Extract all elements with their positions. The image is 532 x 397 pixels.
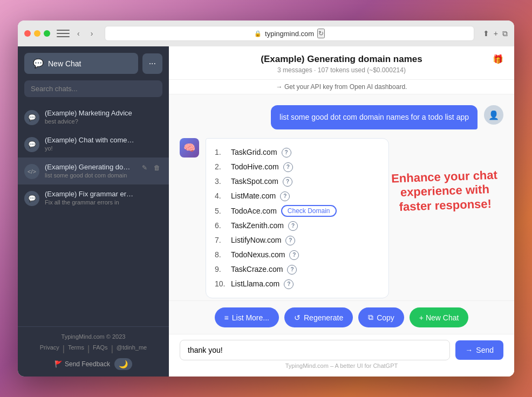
enhance-banner: Enhance your chat experience with faster… xyxy=(391,168,499,215)
chat-name: (Example) Marketing Advice xyxy=(45,109,134,117)
edit-chat-button[interactable]: ✎ xyxy=(140,109,149,119)
sidebar-toggle-icon[interactable] xyxy=(57,29,70,38)
domain-num: 6. xyxy=(215,220,227,231)
domain-num: 3. xyxy=(215,176,227,187)
privacy-link[interactable]: Privacy xyxy=(40,344,59,354)
ai-message: 🧠 1. TaskGrid.com ? 2. TodoHive.com xyxy=(180,138,503,298)
domain-num: 8. xyxy=(215,249,227,261)
address-bar[interactable]: 🔒 typingmind.com ↻ xyxy=(105,26,474,41)
traffic-lights xyxy=(24,30,50,37)
browser-window: ‹ › 🔒 typingmind.com ↻ ⬆ + ⧉ 💬 New Chat … xyxy=(18,20,514,377)
feedback-button[interactable]: 🚩 Send Feedback xyxy=(54,360,110,368)
domain-name: TodoNexus.com xyxy=(231,249,285,261)
new-chat-action-button[interactable]: + New Chat xyxy=(410,307,469,327)
chat-preview: best advice? xyxy=(45,118,134,125)
dark-mode-toggle[interactable]: 🌙 xyxy=(114,358,132,370)
delete-chat-button[interactable]: 🗑 xyxy=(152,163,162,173)
chat-info: (Example) Fix grammar errors Fix all the… xyxy=(45,190,134,206)
delete-chat-button[interactable]: 🗑 xyxy=(152,190,162,200)
faqs-link[interactable]: FAQs xyxy=(93,344,108,354)
question-badge[interactable]: ? xyxy=(283,162,293,172)
back-button[interactable]: ‹ xyxy=(74,27,83,40)
menu-button[interactable]: ··· xyxy=(142,53,162,74)
user-message: list some good dot com domain names for … xyxy=(180,105,503,129)
footer-actions: 🚩 Send Feedback 🌙 xyxy=(24,358,162,370)
chat-actions: ✎ 🗑 xyxy=(140,163,162,173)
question-badge[interactable]: ? xyxy=(283,177,292,187)
tabs-button[interactable]: ⧉ xyxy=(502,29,508,38)
input-area: → Send TypingMind.com – A better UI for … xyxy=(169,334,514,377)
sidebar-header: 💬 New Chat ··· xyxy=(18,46,169,80)
edit-chat-button[interactable]: ✎ xyxy=(140,163,149,173)
ai-message-bubble: 1. TaskGrid.com ? 2. TodoHive.com ? 3. xyxy=(206,138,389,298)
chat-avatar: 💬 xyxy=(24,191,39,206)
domain-name: ListLlama.com xyxy=(231,278,279,290)
new-chat-button[interactable]: 💬 New Chat xyxy=(24,53,138,74)
chat-info: (Example) Chat with comedian yo! xyxy=(45,136,134,152)
send-button[interactable]: → Send xyxy=(455,340,503,360)
domain-name: ListMate.com xyxy=(231,190,276,202)
twitter-link[interactable]: @tdinh_me xyxy=(117,344,147,354)
delete-chat-button[interactable]: 🗑 xyxy=(152,109,162,119)
chat-header: (Example) Generating domain names 3 mess… xyxy=(169,46,514,80)
chat-name: (Example) Chat with comedian xyxy=(45,136,134,144)
domain-item-5: 5. TodoAce.com Check Domain xyxy=(215,203,380,218)
domain-item-8: 8. TodoNexus.com ? xyxy=(215,248,380,262)
browser-actions: ⬆ + ⧉ xyxy=(483,29,508,38)
question-badge[interactable]: ? xyxy=(280,191,290,201)
action-toolbar: ≡ List More... ↺ Regenerate ⧉ Copy + New… xyxy=(169,300,514,334)
sep: | xyxy=(63,344,65,354)
chat-preview: list some good dot com domain xyxy=(45,172,134,179)
maximize-button[interactable] xyxy=(44,30,50,37)
domain-num: 10. xyxy=(215,278,227,290)
chat-item-comedian[interactable]: 💬 (Example) Chat with comedian yo! ✎ 🗑 xyxy=(18,131,169,158)
chat-item-grammar[interactable]: 💬 (Example) Fix grammar errors Fix all t… xyxy=(18,184,169,211)
chat-input[interactable] xyxy=(180,340,450,360)
chat-preview: yo! xyxy=(45,145,134,152)
chat-item-marketing[interactable]: 💬 (Example) Marketing Advice best advice… xyxy=(18,104,169,131)
question-badge[interactable]: ? xyxy=(282,148,291,158)
edit-chat-button[interactable]: ✎ xyxy=(140,136,149,146)
domain-num: 9. xyxy=(215,264,227,275)
question-badge[interactable]: ? xyxy=(289,250,299,260)
question-badge[interactable]: ? xyxy=(284,279,294,289)
copy-button[interactable]: ⧉ Copy xyxy=(358,307,404,327)
ai-avatar: 🧠 xyxy=(180,138,199,158)
domain-name: ListifyNow.com xyxy=(231,235,281,246)
chat-meta: 3 messages · 107 tokens used (~$0.000214… xyxy=(180,66,503,74)
share-button[interactable]: ⬆ xyxy=(483,29,489,38)
chat-name: (Example) Generating domain ... xyxy=(45,163,134,171)
new-tab-button[interactable]: + xyxy=(494,29,498,38)
sidebar-footer: TypingMind.com © 2023 Privacy | Terms | … xyxy=(18,326,169,377)
domain-num: 2. xyxy=(215,161,227,173)
search-input[interactable] xyxy=(24,80,162,97)
list-more-button[interactable]: ≡ List More... xyxy=(215,307,279,327)
delete-chat-button[interactable]: 🗑 xyxy=(152,136,162,146)
domain-num: 5. xyxy=(215,206,227,217)
code-icon: </> xyxy=(28,168,36,175)
check-domain-button[interactable]: Check Domain xyxy=(281,205,337,217)
user-avatar: 👤 xyxy=(484,105,503,125)
new-chat-label: New Chat xyxy=(48,59,81,68)
user-message-bubble: list some good dot com domain names for … xyxy=(271,105,478,129)
browser-content: 💬 New Chat ··· 💬 (Example) Marketing Adv… xyxy=(18,46,514,377)
regenerate-button[interactable]: ↺ Regenerate xyxy=(284,307,353,327)
feedback-icon: 🚩 xyxy=(54,360,63,368)
reload-button[interactable]: ↻ xyxy=(317,29,325,38)
domain-item-6: 6. TaskZenith.com ? xyxy=(215,218,380,233)
question-badge[interactable]: ? xyxy=(288,221,298,231)
terms-link[interactable]: Terms xyxy=(68,344,84,354)
question-badge[interactable]: ? xyxy=(287,265,297,275)
sidebar: 💬 New Chat ··· 💬 (Example) Marketing Adv… xyxy=(18,46,169,377)
domain-name: TodoAce.com xyxy=(231,206,277,217)
person-icon: 👤 xyxy=(488,110,499,120)
list-more-label: List More... xyxy=(232,313,269,322)
chat-item-domain[interactable]: </> (Example) Generating domain ... list… xyxy=(18,158,169,184)
gift-icon[interactable]: 🎁 xyxy=(493,54,503,64)
question-badge[interactable]: ? xyxy=(285,236,295,245)
edit-chat-button[interactable]: ✎ xyxy=(140,190,149,200)
close-button[interactable] xyxy=(24,30,31,37)
minimize-button[interactable] xyxy=(34,30,40,37)
user-message-text: list some good dot com domain names for … xyxy=(279,113,469,121)
forward-button[interactable]: › xyxy=(87,27,97,40)
